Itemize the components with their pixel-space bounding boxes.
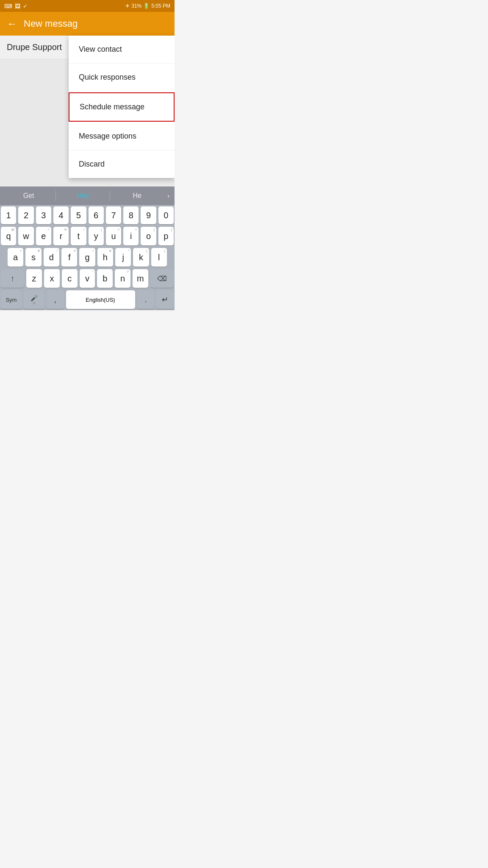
menu-message-options[interactable]: Message options [69, 122, 175, 150]
shift-key[interactable]: ↑ [1, 269, 24, 288]
key-0[interactable]: 0 [158, 206, 174, 224]
key-7[interactable]: 7 [106, 206, 121, 224]
key-q[interactable]: @q [1, 227, 16, 245]
key-k[interactable]: (k [133, 248, 149, 267]
suggestion-he[interactable]: He [110, 189, 164, 203]
asdf-row: +a $s !d #f /g &h *j (k )l [0, 247, 175, 268]
mic-icon: 🎤 [30, 295, 38, 301]
zxcv-row: ↑ -z ;x :c "v 'b ?n .m ⌫ [0, 268, 175, 289]
menu-view-contact[interactable]: View contact [69, 36, 175, 64]
suggestions-expand[interactable]: › [164, 192, 173, 199]
check-circle-icon: ✓ [23, 3, 28, 9]
qwerty-row: @q -w =e %r \t |y <u >i [o ]p [0, 225, 175, 247]
key-c[interactable]: :c [62, 269, 78, 288]
key-l[interactable]: )l [151, 248, 167, 267]
keyboard-icon: ⌨ [4, 3, 12, 9]
key-u[interactable]: <u [106, 227, 121, 245]
status-right: ✈ 31% 🔋 5:05 PM [125, 3, 170, 9]
battery-text: 31% [131, 3, 141, 9]
key-t[interactable]: \t [71, 227, 86, 245]
header-title: New messag [24, 18, 78, 29]
menu-quick-responses[interactable]: Quick responses [69, 64, 175, 92]
contact-name: Drupe Support [7, 42, 62, 52]
key-2[interactable]: 2 [18, 206, 33, 224]
period-key[interactable]: . [137, 290, 155, 309]
status-icons: ⌨ 🖼 ✓ [4, 3, 28, 9]
space-key[interactable]: English(US) [66, 290, 135, 309]
key-h[interactable]: &h [97, 248, 113, 267]
image-icon: 🖼 [15, 3, 20, 9]
key-1[interactable]: 1 [1, 206, 16, 224]
suggestion-get[interactable]: Get [2, 189, 55, 203]
bottom-row: Sym 🎤 ⚙ , English(US) . ↵ [0, 289, 175, 310]
dropdown-menu: View contact Quick responses Schedule me… [69, 36, 175, 178]
key-s[interactable]: $s [25, 248, 41, 267]
suggestion-hey[interactable]: Hey [56, 189, 110, 203]
key-a[interactable]: +a [8, 248, 23, 267]
key-j[interactable]: *j [115, 248, 131, 267]
back-button[interactable]: ← [7, 18, 17, 30]
key-y[interactable]: |y [89, 227, 104, 245]
status-bar: ⌨ 🖼 ✓ ✈ 31% 🔋 5:05 PM [0, 0, 175, 12]
key-9[interactable]: 9 [141, 206, 156, 224]
key-b[interactable]: 'b [97, 269, 113, 288]
sym-key[interactable]: Sym [1, 290, 22, 309]
key-o[interactable]: [o [141, 227, 156, 245]
key-f[interactable]: #f [61, 248, 77, 267]
mic-key[interactable]: 🎤 ⚙ [24, 290, 44, 309]
number-row: 1 2 3 4 5 6 7 8 9 0 [0, 205, 175, 225]
key-e[interactable]: =e [36, 227, 51, 245]
key-p[interactable]: ]p [158, 227, 174, 245]
key-3[interactable]: 3 [36, 206, 51, 224]
key-v[interactable]: "v [80, 269, 95, 288]
key-5[interactable]: 5 [71, 206, 86, 224]
menu-discard[interactable]: Discard [69, 150, 175, 178]
airplane-icon: ✈ [125, 3, 130, 9]
battery-icon: 🔋 [143, 3, 150, 9]
comma-key[interactable]: , [47, 290, 64, 309]
key-4[interactable]: 4 [53, 206, 69, 224]
key-g[interactable]: /g [79, 248, 95, 267]
key-x[interactable]: ;x [44, 269, 60, 288]
key-6[interactable]: 6 [89, 206, 104, 224]
header: ← New messag View contact Quick response… [0, 12, 175, 36]
key-n[interactable]: ?n [115, 269, 130, 288]
key-d[interactable]: !d [44, 248, 59, 267]
backspace-key[interactable]: ⌫ [150, 269, 174, 288]
key-8[interactable]: 8 [123, 206, 139, 224]
key-m[interactable]: .m [133, 269, 148, 288]
time-display: 5:05 PM [151, 3, 170, 9]
key-i[interactable]: >i [123, 227, 139, 245]
app-wrapper: ⌨ 🖼 ✓ ✈ 31% 🔋 5:05 PM ← New messag View … [0, 0, 175, 310]
key-w[interactable]: -w [18, 227, 33, 245]
key-z[interactable]: -z [26, 269, 42, 288]
keyboard: Get Hey He › 1 2 3 4 5 6 7 8 9 0 @q -w =… [0, 186, 175, 310]
enter-key[interactable]: ↵ [156, 290, 174, 309]
suggestions-bar: Get Hey He › [0, 186, 175, 205]
key-r[interactable]: %r [53, 227, 69, 245]
menu-schedule-message[interactable]: Schedule message [69, 92, 175, 122]
